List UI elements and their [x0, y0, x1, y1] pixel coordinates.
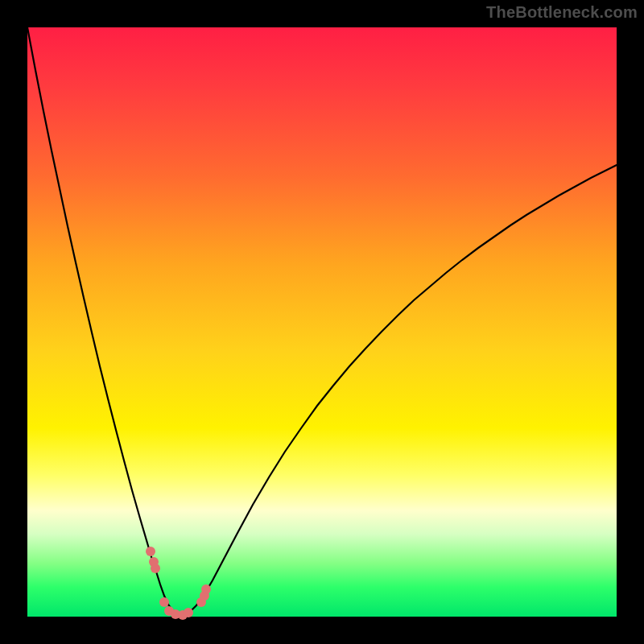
curve-layer — [27, 27, 617, 617]
chart-frame: TheBottleneck.com — [0, 0, 644, 644]
bottleneck-point — [201, 584, 211, 594]
bottleneck-point — [146, 547, 155, 556]
watermark-text: TheBottleneck.com — [486, 3, 638, 22]
bottleneck-point — [159, 597, 169, 607]
bottleneck-point — [151, 564, 160, 573]
bottleneck-curve — [27, 27, 617, 617]
marker-group — [146, 547, 211, 620]
bottleneck-point — [184, 608, 193, 617]
